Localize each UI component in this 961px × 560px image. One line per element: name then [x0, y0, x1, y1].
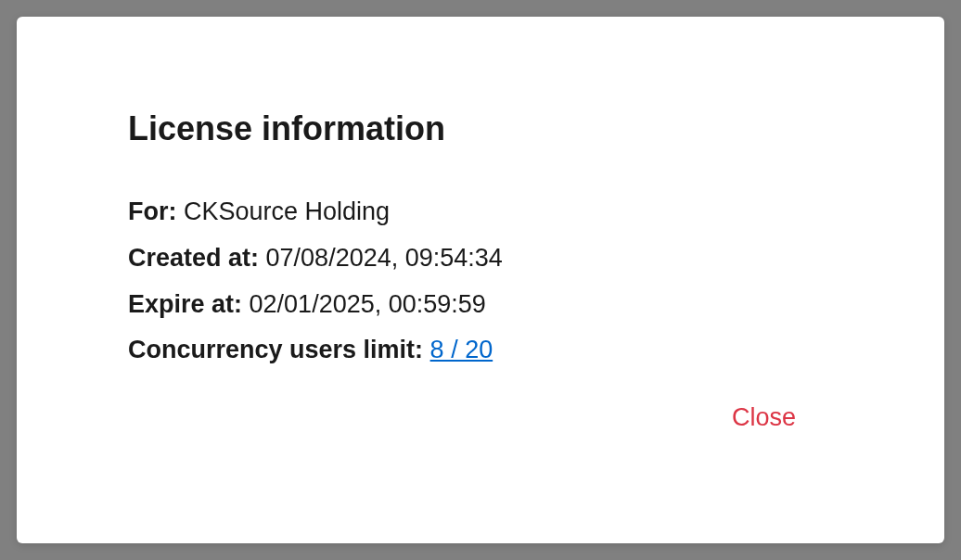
license-info-list: For: CKSource Holding Created at: 07/08/…	[128, 195, 852, 368]
label-for: For:	[128, 197, 176, 225]
value-created: 07/08/2024, 09:54:34	[266, 244, 503, 272]
info-row-created: Created at: 07/08/2024, 09:54:34	[128, 241, 852, 276]
info-row-concurrency: Concurrency users limit: 8 / 20	[128, 333, 852, 368]
value-for: CKSource Holding	[184, 197, 390, 225]
license-dialog: License information For: CKSource Holdin…	[17, 17, 944, 543]
label-created: Created at:	[128, 244, 259, 272]
close-button[interactable]: Close	[732, 403, 796, 432]
info-row-expire: Expire at: 02/01/2025, 00:59:59	[128, 287, 852, 323]
label-expire: Expire at:	[128, 290, 242, 318]
info-row-for: For: CKSource Holding	[128, 195, 852, 230]
dialog-footer: Close	[732, 403, 796, 432]
dialog-title: License information	[128, 109, 852, 148]
value-expire: 02/01/2025, 00:59:59	[250, 290, 486, 318]
concurrency-link[interactable]: 8 / 20	[430, 336, 493, 363]
label-concurrency: Concurrency users limit:	[128, 336, 423, 363]
